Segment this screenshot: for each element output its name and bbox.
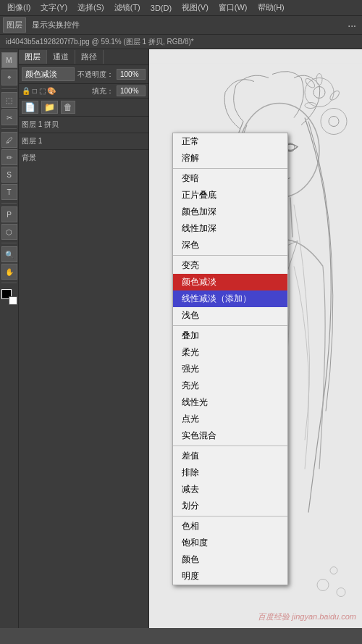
blend-mode-row: 颜色减淡 不透明度： 100% (19, 65, 148, 84)
layers-list: 图层 1 拼贝 图层 1 背景 (19, 117, 148, 628)
blend-option-overlay[interactable]: 叠加 (173, 327, 287, 344)
layer-item-2[interactable]: 图层 1 (19, 133, 148, 150)
tool-separator-2 (1, 128, 17, 129)
dropdown-overlay: 正常 溶解 变暗 正片叠底 颜色加深 线性加深 深色 变亮 颜色减淡 线性减淡（… (149, 49, 362, 628)
tool-zoom[interactable]: 🔍 (1, 246, 17, 262)
tool-text[interactable]: T (1, 184, 17, 200)
blend-option-lighten[interactable]: 变亮 (173, 257, 287, 274)
blend-option-vivid-light[interactable]: 亮光 (173, 377, 287, 394)
blend-sep-2 (173, 255, 287, 256)
tool-pen[interactable]: P (1, 206, 17, 222)
tool-select[interactable]: M (1, 52, 17, 68)
menu-bar: 图像(I) 文字(Y) 选择(S) 滤镜(T) 3D(D) 视图(V) 窗口(W… (0, 0, 362, 16)
fill-row: 🔒 □ ⬚ 🎨 填充： 100% (19, 84, 148, 99)
blend-sep-5 (173, 516, 287, 517)
tool-separator-3 (1, 203, 17, 204)
blend-option-exclusion[interactable]: 排除 (173, 464, 287, 481)
canvas-area: 正常 溶解 变暗 正片叠底 颜色加深 线性加深 深色 变亮 颜色减淡 线性减淡（… (149, 49, 362, 628)
fill-label: 填充： (92, 86, 114, 96)
main-area: M ⌖ ⬚ ✂ 🖊 ✏ S T P ⬡ 🔍 ✋ 图层 通道 路径 颜色减淡 (0, 49, 362, 628)
opacity-value[interactable]: 100% (117, 69, 146, 80)
toolbar-show-label: 显示实换控件 (29, 18, 83, 32)
menu-item-image[interactable]: 图像(I) (3, 1, 35, 14)
blend-option-luminosity[interactable]: 明度 (173, 568, 287, 585)
blend-option-linear-light[interactable]: 线性光 (173, 394, 287, 411)
blend-option-linear-dodge[interactable]: 线性减淡（添加） (173, 290, 287, 307)
blend-option-darken[interactable]: 变暗 (173, 170, 287, 187)
tool-separator-4 (1, 243, 17, 243)
file-tab-text: id4043b5a1928207f7b.jpg @ 59.1% (图层 1 拼贝… (6, 37, 194, 47)
blend-mode-dropdown[interactable]: 颜色减淡 (22, 67, 75, 81)
menu-item-window[interactable]: 窗口(W) (214, 1, 252, 14)
tab-layers[interactable]: 图层 (19, 50, 47, 64)
toolbar-2: 图层 显示实换控件 ··· (0, 16, 362, 35)
opacity-label: 不透明度： (77, 70, 114, 80)
sketch-background: 正常 溶解 变暗 正片叠底 颜色加深 线性加深 深色 变亮 颜色减淡 线性减淡（… (149, 49, 362, 628)
folder-btn[interactable]: 📁 (41, 101, 58, 114)
tool-shape[interactable]: ⬡ (1, 224, 17, 240)
blend-option-linear-burn[interactable]: 线性加深 (173, 220, 287, 237)
tool-hand[interactable]: ✋ (1, 264, 17, 280)
blend-option-soft-light[interactable]: 柔光 (173, 344, 287, 361)
menu-item-3d[interactable]: 3D(D) (146, 2, 176, 14)
layers-header: 图层 通道 路径 (19, 49, 148, 65)
tool-move[interactable]: ⌖ (1, 70, 17, 85)
layer-item-1[interactable]: 图层 1 拼贝 (19, 117, 148, 133)
tool-separator-5 (1, 283, 17, 283)
blend-option-difference[interactable]: 差值 (173, 448, 287, 464)
tool-stamp[interactable]: S (1, 167, 17, 183)
file-tab: id4043b5a1928207f7b.jpg @ 59.1% (图层 1 拼贝… (0, 35, 362, 49)
blend-option-normal[interactable]: 正常 (173, 133, 287, 150)
blend-option-color-dodge[interactable]: 颜色减淡 (173, 274, 287, 290)
layer-icons-row: 📄 📁 🗑 (19, 99, 148, 117)
tool-separator-1 (1, 88, 17, 89)
blend-option-color-burn[interactable]: 颜色加深 (173, 204, 287, 220)
menu-item-select[interactable]: 选择(S) (73, 1, 109, 14)
blend-option-color[interactable]: 颜色 (173, 551, 287, 568)
tool-brush[interactable]: 🖊 (1, 132, 17, 148)
tool-lasso[interactable]: ⬚ (1, 92, 17, 108)
delete-layer-btn[interactable]: 🗑 (61, 101, 75, 114)
blend-option-light-color[interactable]: 浅色 (173, 307, 287, 324)
blend-sep-1 (173, 168, 287, 169)
blend-option-hard-mix[interactable]: 实色混合 (173, 427, 287, 444)
left-panel: M ⌖ ⬚ ✂ 🖊 ✏ S T P ⬡ 🔍 ✋ (0, 49, 19, 628)
blend-option-saturation[interactable]: 饱和度 (173, 535, 287, 551)
blend-sep-3 (173, 325, 287, 326)
menu-item-filter[interactable]: 滤镜(T) (110, 1, 145, 14)
blend-option-dissolve[interactable]: 溶解 (173, 150, 287, 167)
blend-option-multiply[interactable]: 正片叠底 (173, 187, 287, 204)
blend-option-hue[interactable]: 色相 (173, 518, 287, 535)
layer-item-bg[interactable]: 背景 (19, 150, 148, 166)
blend-option-divide[interactable]: 划分 (173, 498, 287, 514)
tab-paths[interactable]: 路径 (75, 50, 104, 64)
menu-item-view[interactable]: 视图(V) (177, 1, 213, 14)
layers-panel: 图层 通道 路径 颜色减淡 不透明度： 100% 🔒 □ ⬚ 🎨 填充： 100… (19, 49, 149, 628)
tool-crop[interactable]: ✂ (1, 109, 17, 125)
add-layer-btn[interactable]: 📄 (22, 101, 38, 114)
fill-value[interactable]: 100% (117, 85, 146, 96)
blend-option-pin-light[interactable]: 点光 (173, 411, 287, 427)
menu-item-text[interactable]: 文字(Y) (36, 1, 72, 14)
blend-option-dark-color[interactable]: 深色 (173, 237, 287, 254)
blend-sep-4 (173, 446, 287, 446)
tab-channels[interactable]: 通道 (47, 50, 75, 64)
toolbar-layer-btn[interactable]: 图层 (3, 17, 26, 33)
background-color[interactable] (9, 296, 17, 305)
menu-item-help[interactable]: 帮助(H) (253, 1, 289, 14)
blend-option-subtract[interactable]: 减去 (173, 481, 287, 498)
tool-pencil[interactable]: ✏ (1, 149, 17, 165)
lock-icons: 🔒 □ ⬚ 🎨 (22, 87, 56, 95)
blend-option-hard-light[interactable]: 强光 (173, 361, 287, 377)
toolbar-dots: ··· (345, 20, 359, 31)
blend-mode-popup: 正常 溶解 变暗 正片叠底 颜色加深 线性加深 深色 变亮 颜色减淡 线性减淡（… (172, 133, 288, 585)
color-swatch-area[interactable] (1, 289, 17, 305)
